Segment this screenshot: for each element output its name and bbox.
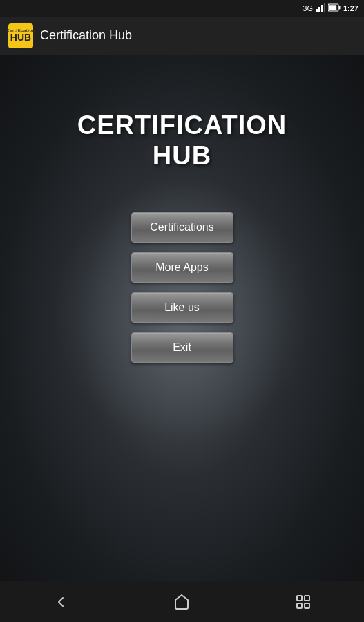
app-bar: Certification HUB Certification Hub [0, 17, 364, 55]
svg-rect-2 [321, 5, 323, 12]
svg-rect-0 [316, 9, 318, 12]
back-button[interactable] [39, 587, 83, 617]
app-bar-title: Certification Hub [40, 28, 132, 43]
svg-rect-6 [329, 5, 336, 10]
title-line2: HUB [153, 141, 211, 170]
signal-bars-icon [316, 3, 325, 13]
app-logo: Certification HUB [8, 23, 33, 48]
svg-rect-3 [324, 3, 325, 12]
svg-rect-8 [305, 596, 309, 601]
title-line1: CERTIFICATION [77, 111, 287, 140]
main-title: CERTIFICATION HUB [77, 111, 287, 171]
home-button[interactable] [160, 587, 204, 617]
svg-rect-9 [297, 603, 302, 608]
signal-icon: 3G [303, 4, 313, 12]
nav-bar [0, 581, 364, 622]
more-apps-button[interactable]: More Apps [131, 252, 233, 283]
battery-icon [328, 3, 341, 13]
recents-button[interactable] [281, 587, 325, 617]
svg-rect-1 [318, 7, 320, 12]
certifications-button[interactable]: Certifications [131, 212, 233, 243]
like-us-button[interactable]: Like us [131, 292, 233, 323]
time-display: 1:27 [343, 4, 358, 12]
status-bar: 3G 1:27 [0, 0, 364, 17]
svg-rect-10 [305, 603, 309, 608]
exit-button[interactable]: Exit [131, 332, 233, 363]
logo-hub-text: HUB [10, 32, 31, 43]
svg-rect-7 [297, 596, 302, 601]
main-content: CERTIFICATION HUB Certifications More Ap… [0, 55, 364, 594]
svg-rect-5 [338, 6, 340, 10]
menu-buttons: Certifications More Apps Like us Exit [131, 212, 233, 363]
